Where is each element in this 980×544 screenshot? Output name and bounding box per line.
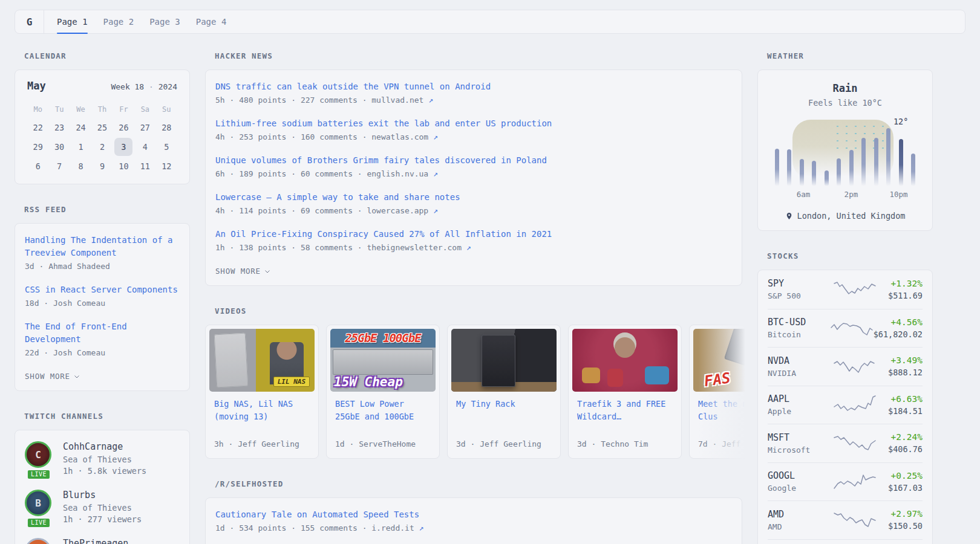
video-title[interactable]: BEST Low Power 25GbE and 100GbE Switch… — [335, 398, 431, 423]
news-item-meta: 4h · 114 points · 69 comments · lowercas… — [215, 206, 732, 215]
avatar[interactable]: P — [25, 538, 51, 544]
video-title[interactable]: Traefik 3 and FREE Wildcard… — [577, 398, 673, 423]
tab-page-3[interactable]: Page 3 — [149, 10, 180, 33]
weather-card: Rain Feels like 10°C — [757, 70, 933, 231]
twitch-channel-row: B LIVE Blurbs Sea of Thieves 1h · 277 vi… — [25, 490, 180, 524]
hacker-news-widget: HACKER NEWS DNS traffic can leak outside… — [205, 51, 742, 286]
stock-row-googl[interactable]: GOOGL Google +0.25% $167.03 — [768, 462, 923, 501]
news-item-title[interactable]: Lowercase – A simple way to take and sha… — [215, 191, 732, 204]
weather-feels-like: Feels like 10°C — [774, 98, 916, 108]
video-card[interactable]: Traefik 3 and FREE Wildcard… 3d · Techno… — [568, 325, 682, 459]
reddit-header: /R/SELFHOSTED — [215, 479, 742, 488]
stock-name: Google — [768, 484, 833, 493]
weekday-label: Tu — [55, 102, 64, 117]
calendar-day: 2 — [93, 138, 111, 156]
stock-name: Bitcoin — [768, 330, 830, 339]
video-title[interactable]: Meet the new Linux Clus — [698, 398, 756, 423]
reddit-widget: /R/SELFHOSTED Cautionary Tale on Automat… — [205, 479, 742, 544]
stock-row-spy[interactable]: SPY S&P 500 +1.32% $511.69 — [768, 270, 923, 309]
top-nav: G Page 1 Page 2 Page 3 Page 4 — [15, 10, 965, 34]
videos-header: VIDEOS — [215, 306, 742, 316]
twitch-channel-name[interactable]: Blurbs — [63, 490, 142, 500]
video-meta: 7d · Jeff — [698, 431, 756, 448]
news-item-title[interactable]: An Oil Price-Fixing Conspiracy Caused 27… — [215, 228, 732, 241]
video-thumbnail[interactable]: FAS — [693, 329, 756, 392]
stock-sparkline — [833, 433, 877, 453]
stock-sparkline — [830, 318, 874, 338]
stock-name: Apple — [768, 407, 833, 416]
tab-page-4[interactable]: Page 4 — [196, 10, 227, 33]
reddit-card: Cautionary Tale on Automated Speed Tests… — [205, 497, 742, 544]
stock-row-btc[interactable]: BTC-USD Bitcoin +4.56% $61,820.02 — [768, 309, 923, 348]
news-item-meta: 4h · 253 points · 160 comments · newatla… — [215, 132, 732, 141]
stock-ticker: BTC-USD — [768, 317, 830, 328]
video-card[interactable]: FAS Meet the new Linux Clus 7d · Jeff — [689, 325, 756, 459]
stock-change: +2.24% — [888, 432, 923, 442]
twitch-channel-row: C LIVE CohhCarnage Sea of Thieves 1h · 5… — [25, 441, 180, 476]
twitch-header: TWITCH CHANNELS — [24, 412, 190, 421]
stock-row-rddt[interactable]: RDDT -1.59% — [768, 539, 923, 544]
external-link-icon[interactable]: ↗ — [433, 169, 438, 178]
news-item-title[interactable]: Lithium-free sodium batteries exit the l… — [215, 117, 732, 130]
video-thumbnail[interactable] — [451, 329, 557, 392]
weather-widget: WEATHER Rain Feels like 10°C — [757, 51, 933, 231]
external-link-icon[interactable]: ↗ — [433, 206, 438, 215]
video-card[interactable]: My Tiny Rack 3d · Jeff Geerling — [447, 325, 561, 459]
stock-price: $511.69 — [888, 291, 923, 300]
stocks-header: STOCKS — [767, 251, 933, 261]
video-thumbnail[interactable] — [572, 329, 678, 392]
news-item-meta: 5h · 480 points · 227 comments · mullvad… — [215, 96, 732, 105]
stock-price: $184.51 — [888, 406, 923, 416]
chevron-down-icon — [264, 268, 271, 275]
calendar-week-label: Week 18 · 2024 — [111, 82, 177, 91]
video-title[interactable]: My Tiny Rack — [456, 398, 552, 410]
stock-row-amd[interactable]: AMD AMD +2.97% $150.50 — [768, 500, 923, 539]
video-card[interactable]: LIL NAS Big NAS, Lil NAS (moving 13) 3h … — [205, 325, 319, 459]
app-logo[interactable]: G — [15, 10, 44, 33]
rss-show-more-button[interactable]: SHOW MORE — [25, 372, 80, 381]
video-card[interactable]: 25GbE 100GbE 15W Cheap BEST Low Power 25… — [326, 325, 440, 459]
tab-page-2[interactable]: Page 2 — [103, 10, 134, 33]
videos-carousel: LIL NAS Big NAS, Lil NAS (moving 13) 3h … — [205, 325, 756, 459]
news-item-title[interactable]: Unique volumes of Brothers Grimm fairy t… — [215, 154, 732, 167]
twitch-channel-name[interactable]: CohhCarnage — [63, 441, 146, 452]
avatar[interactable]: B — [25, 490, 51, 516]
video-meta: 3d · Techno Tim — [577, 431, 673, 448]
docker-whale-graphic — [645, 366, 669, 384]
time-label: 6am — [797, 190, 811, 199]
stock-change: +2.97% — [888, 509, 923, 519]
stock-price: $61,820.02 — [874, 329, 923, 339]
current-temperature-label: 12° — [893, 117, 908, 126]
temp-bar — [812, 161, 816, 186]
rss-item-title[interactable]: Handling The Indentation of a Treeview C… — [25, 234, 180, 259]
twitch-channel-game: Sea of Thieves — [63, 455, 146, 464]
video-title[interactable]: Big NAS, Lil NAS (moving 13) — [214, 398, 310, 423]
video-meta: 1d · ServeTheHome — [335, 431, 431, 448]
calendar-day: 9 — [93, 157, 111, 175]
external-link-icon[interactable]: ↗ — [428, 96, 433, 105]
stock-row-aapl[interactable]: AAPL Apple +6.63% $184.51 — [768, 386, 923, 424]
calendar-day: 27 — [136, 118, 154, 137]
avatar[interactable]: C — [25, 441, 51, 468]
rack-graphic — [482, 335, 515, 387]
rss-item-title[interactable]: CSS in React Server Components — [25, 283, 180, 296]
stock-row-msft[interactable]: MSFT Microsoft +2.24% $406.76 — [768, 424, 923, 462]
temp-bar — [849, 150, 854, 186]
rss-item-title[interactable]: The End of Front-End Development — [25, 320, 180, 346]
hacker-news-show-more-button[interactable]: SHOW MORE — [215, 267, 271, 276]
video-thumbnail[interactable]: 25GbE 100GbE 15W Cheap — [330, 329, 436, 392]
stock-row-nvda[interactable]: NVDA NVIDIA +3.49% $888.12 — [768, 347, 923, 386]
weather-condition: Rain — [774, 82, 916, 94]
external-link-icon[interactable]: ↗ — [433, 132, 438, 141]
temp-bar — [775, 149, 779, 186]
news-item-title[interactable]: DNS traffic can leak outside the VPN tun… — [215, 80, 732, 93]
tab-page-1[interactable]: Page 1 — [57, 10, 88, 33]
twitch-channel-name[interactable]: ThePrimeagen — [63, 538, 128, 544]
stocks-widget: STOCKS SPY S&P 500 +1.32% $511.69 BTC- — [757, 251, 933, 544]
external-link-icon[interactable]: ↗ — [419, 523, 424, 533]
external-link-icon[interactable]: ↗ — [466, 243, 471, 252]
thumbnail-caption: LIL NAS — [273, 377, 310, 387]
video-thumbnail[interactable]: LIL NAS — [209, 329, 315, 392]
reddit-item-title[interactable]: Cautionary Tale on Automated Speed Tests — [215, 508, 732, 521]
twitch-channel-meta: 1h · 5.8k viewers — [63, 466, 146, 476]
